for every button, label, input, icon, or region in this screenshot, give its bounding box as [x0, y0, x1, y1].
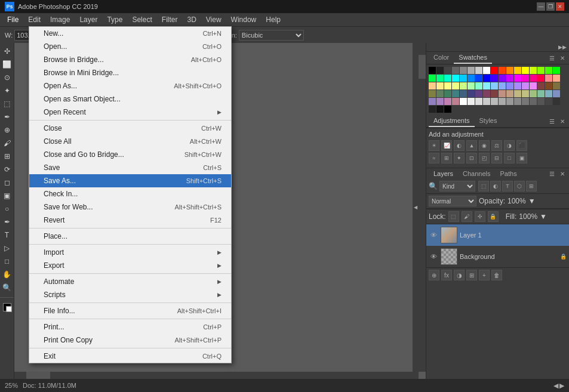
menu-item-browse-in-mini-bridge---[interactable]: Browse in Mini Bridge... — [29, 66, 231, 79]
menu-item-open-recent[interactable]: Open Recent — [29, 106, 231, 119]
adj-curves[interactable]: 📈 — [441, 140, 452, 151]
lock-pixels-btn[interactable]: 🖌 — [462, 211, 472, 222]
adj-channel-mixer[interactable]: ≈ — [429, 153, 439, 163]
title-bar-controls[interactable]: — ❐ ✕ — [537, 2, 564, 11]
tool-marquee[interactable]: ⬜ — [1, 58, 13, 70]
swatch-666666[interactable] — [452, 67, 459, 74]
panels-collapse-btn[interactable]: ▶▶ — [558, 44, 567, 50]
swatch-333333[interactable] — [553, 98, 560, 105]
swatch-00ccff[interactable] — [460, 75, 467, 82]
menu-item-print---[interactable]: Print...Ctrl+P — [29, 320, 231, 334]
menu-item-revert[interactable]: RevertF12 — [29, 214, 231, 227]
swatch-408060[interactable] — [444, 90, 451, 97]
menu-item-scripts[interactable]: Scripts — [29, 288, 231, 301]
tool-eyedropper[interactable]: ✒ — [1, 111, 13, 123]
menu-item-new---[interactable]: New...Ctrl+N — [29, 27, 231, 40]
swatch-ffff88[interactable] — [444, 82, 451, 89]
tool-clone[interactable]: ⊞ — [1, 150, 13, 162]
menu-item-exit[interactable]: ExitCtrl+Q — [29, 350, 231, 363]
filter-text-icon[interactable]: T — [502, 181, 513, 192]
swatch-ff0088[interactable] — [530, 75, 537, 82]
menu-3d[interactable]: 3D — [182, 13, 201, 26]
menu-item-automate[interactable]: Automate — [29, 275, 231, 288]
menu-item-save-for-web---[interactable]: Save for Web...Alt+Shift+Ctrl+S — [29, 200, 231, 214]
tool-lasso[interactable]: ⊙ — [1, 72, 13, 84]
tool-shape[interactable]: □ — [1, 255, 13, 267]
adj-color-lookup[interactable]: ⊞ — [441, 153, 452, 163]
menu-item-export[interactable]: Export — [29, 259, 231, 272]
swatch-80b0c0[interactable] — [545, 90, 552, 97]
swatch-c0a080[interactable] — [506, 90, 513, 97]
swatch-999999[interactable] — [506, 98, 513, 105]
swatch-804060[interactable] — [483, 90, 490, 97]
adj-panel-menu[interactable]: ☰ — [548, 117, 556, 125]
menu-filter[interactable]: Filter — [157, 13, 183, 26]
hscroll-thumb[interactable] — [26, 372, 50, 379]
swatch-88aaff[interactable] — [499, 82, 506, 89]
swatch-807040[interactable] — [553, 82, 560, 89]
swatch-44ff00[interactable] — [545, 67, 552, 74]
layers-delete-btn[interactable]: 🗑 — [491, 270, 502, 280]
swatch-8800ff[interactable] — [499, 75, 506, 82]
swatch-88ffcc[interactable] — [475, 82, 482, 89]
close-button[interactable]: ✕ — [556, 2, 564, 11]
tool-zoom[interactable]: 🔍 — [1, 282, 13, 294]
foreground-color[interactable] — [1, 301, 13, 313]
swatch-666666[interactable] — [530, 98, 537, 105]
fill-arrow[interactable]: ▼ — [540, 212, 547, 221]
layers-panel-close[interactable]: ✕ — [558, 169, 567, 178]
swatch-804820[interactable] — [545, 82, 552, 89]
panel-close-btn[interactable]: ✕ — [558, 54, 567, 62]
tool-healing[interactable]: ⊕ — [1, 124, 13, 136]
swatch-ffffff[interactable] — [460, 98, 467, 105]
swatch-ffcc00[interactable] — [514, 67, 521, 74]
menu-item-open---[interactable]: Open...Ctrl+O — [29, 40, 231, 53]
menu-select[interactable]: Select — [127, 13, 156, 26]
swatch-0000ff[interactable] — [483, 75, 490, 82]
swatch-cccccc[interactable] — [483, 98, 490, 105]
swatch-604080[interactable] — [475, 90, 482, 97]
swatch-00ffcc[interactable] — [444, 75, 451, 82]
swatch-0088ff[interactable] — [467, 75, 475, 82]
background-visibility[interactable]: 👁 — [429, 252, 438, 261]
swatch-aaffaa[interactable] — [467, 82, 475, 89]
adj-invert[interactable]: ✦ — [454, 153, 465, 163]
tab-swatches[interactable]: Swatches — [454, 52, 492, 64]
swatch-c0c080[interactable] — [522, 90, 529, 97]
canvas-vscroll[interactable] — [419, 43, 426, 372]
swatch-ff00cc[interactable] — [522, 75, 529, 82]
filter-smart-icon[interactable]: ⊞ — [526, 181, 537, 192]
swatch-444444[interactable] — [444, 67, 451, 74]
swatch-9080c0[interactable] — [429, 98, 436, 105]
swatch-406080[interactable] — [460, 90, 467, 97]
swatch-bbbbbb[interactable] — [491, 98, 498, 105]
swatch-a880c0[interactable] — [436, 98, 444, 105]
swatch-8090c0[interactable] — [553, 90, 560, 97]
swatch-88ccff[interactable] — [491, 82, 498, 89]
panel-menu-btn[interactable]: ☰ — [548, 54, 556, 62]
menu-file[interactable]: File — [2, 13, 23, 26]
swatch-555555[interactable] — [537, 98, 545, 105]
swatch-c080b0[interactable] — [444, 98, 451, 105]
filter-type-select[interactable]: Kind — [439, 181, 475, 192]
layer-row-background[interactable]: 👁 Background 🔒 — [426, 246, 569, 267]
menu-item-open-as-smart-object---[interactable]: Open as Smart Object... — [29, 92, 231, 106]
adj-gradient-map[interactable]: ⊟ — [491, 153, 502, 163]
swatch-88eeff[interactable] — [483, 82, 490, 89]
adj-vibrance[interactable]: ▲ — [466, 140, 477, 151]
filter-shape-icon[interactable]: ⬡ — [514, 181, 525, 192]
tab-layers[interactable]: Layers — [429, 168, 458, 179]
swatch-c09080[interactable] — [499, 90, 506, 97]
lock-transparent-btn[interactable]: ⬚ — [448, 211, 459, 222]
swatch-222222[interactable] — [429, 106, 436, 113]
swatch-888888[interactable] — [460, 67, 467, 74]
swatch-cc88ff[interactable] — [522, 82, 529, 89]
swatch-111111[interactable] — [436, 106, 444, 113]
menu-type[interactable]: Type — [102, 13, 127, 26]
menu-image[interactable]: Image — [45, 13, 75, 26]
interpolation-select[interactable]: Bicubic Bilinear Nearest Neighbor — [239, 30, 304, 41]
adj-hsl[interactable]: ◉ — [479, 140, 490, 151]
swatch-80c0a0[interactable] — [537, 90, 545, 97]
lock-all-btn[interactable]: 🔒 — [488, 211, 499, 222]
layers-fx-btn[interactable]: fx — [441, 270, 452, 280]
